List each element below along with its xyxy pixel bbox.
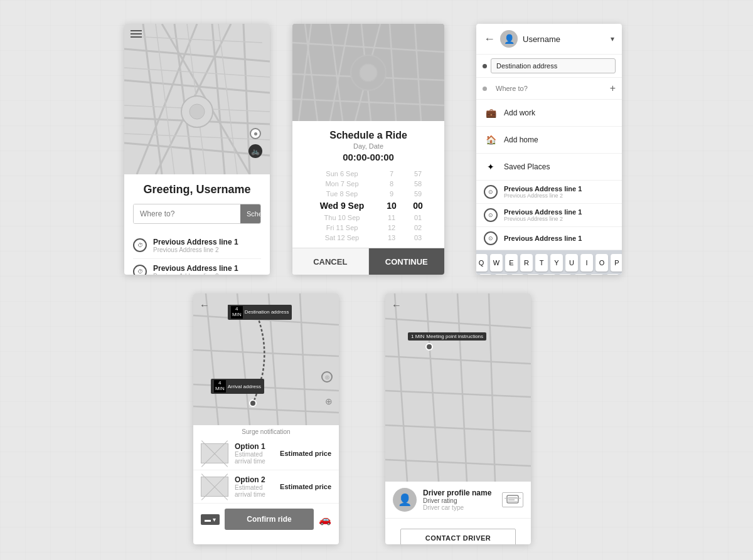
add-home-item[interactable]: 🏠 Add home	[476, 127, 622, 154]
star-icon: ✦	[484, 160, 498, 174]
saved-places-label: Saved Places	[504, 162, 550, 171]
key-g[interactable]: G	[542, 274, 555, 275]
back-arrow-icon[interactable]: ←	[484, 33, 495, 46]
option-item-2[interactable]: Option 2 Estimated arrival time Estimate…	[193, 470, 339, 504]
back-button-5[interactable]: ←	[392, 300, 402, 311]
dest-min-text: MIN	[232, 312, 242, 318]
date-column[interactable]: Sun 6 Sep Mon 7 Sep Tue 8 Sep Wed 9 Sep …	[309, 169, 375, 243]
key-p[interactable]: P	[611, 254, 622, 272]
key-e[interactable]: E	[505, 254, 518, 272]
option-thumb-2	[201, 477, 228, 497]
minute-column[interactable]: 57 58 59 00 01 02 03	[408, 169, 428, 243]
date-picker[interactable]: Sun 6 Sep Mon 7 Sep Tue 8 Sep Wed 9 Sep …	[302, 169, 434, 243]
address-item-1[interactable]: ⏱ Previous Address line 1 Previous Addre…	[133, 233, 261, 259]
clock-icon-3: ⊙	[484, 185, 498, 199]
driver-map: ← 1 MIN Meeting point instructions	[385, 293, 531, 482]
destination-input[interactable]	[491, 58, 616, 73]
key-k[interactable]: K	[590, 274, 603, 275]
greeting-text: Greeting, Username	[133, 183, 261, 196]
car-icon[interactable]: 🚗	[319, 514, 331, 526]
key-r[interactable]: R	[520, 254, 533, 272]
back-button-4[interactable]: ←	[200, 300, 210, 311]
option-price-1: Estimated price	[280, 450, 331, 457]
action-buttons: CANCEL CONTINUE	[292, 248, 444, 275]
driver-panel: 👤 Driver profile name Driver rating Driv…	[385, 482, 531, 519]
option-item-1[interactable]: Option 1 Estimated arrival time Estimate…	[193, 437, 339, 470]
key-f[interactable]: F	[526, 274, 540, 275]
cancel-button[interactable]: CANCEL	[292, 248, 369, 275]
prev-address-1[interactable]: ⊙ Previous Address line 1 Previous Addre…	[476, 181, 622, 204]
addr-line2-1: Previous Address line 2	[153, 246, 238, 253]
hamburger-menu[interactable]	[131, 30, 142, 38]
addr-line1-2: Previous Address line 1	[153, 264, 238, 273]
where-to-input[interactable]	[491, 82, 606, 95]
bike-icon: 🚲	[248, 144, 262, 158]
date-row: Fri 11 Sep	[309, 223, 375, 233]
continue-button[interactable]: CONTINUE	[369, 248, 445, 275]
hour-column[interactable]: 7 8 9 10 11 12 13	[382, 169, 402, 243]
route-options-card: ← 4 MIN Destination address 4 MIN Arriva…	[193, 293, 339, 544]
time-display: 00:00-00:00	[302, 152, 434, 162]
key-i[interactable]: I	[580, 254, 593, 272]
date-row: Tue 8 Sep	[309, 189, 375, 199]
minute-row: 01	[408, 213, 428, 223]
schedule-button[interactable]: Schedule	[240, 204, 261, 223]
clock-icon-4: ⊙	[484, 208, 498, 222]
key-u[interactable]: U	[565, 254, 578, 272]
key-q[interactable]: Q	[476, 254, 488, 272]
confirm-ride-button[interactable]: Confirm ride	[225, 509, 314, 530]
key-y[interactable]: Y	[550, 254, 563, 272]
home-screen-card: 🚲 Greeting, Username Schedule ⏱ Previous…	[124, 24, 270, 275]
date-row-selected[interactable]: Wed 9 Sep	[309, 199, 375, 213]
key-d[interactable]: D	[511, 274, 524, 275]
gps-icon[interactable]: ◎	[321, 371, 333, 383]
svg-point-21	[190, 104, 205, 119]
dest-dot	[483, 64, 487, 68]
prev-address-2[interactable]: ⊙ Previous Address line 1 Previous Addre…	[476, 204, 622, 227]
contact-driver-button[interactable]: CONTACT DRIVER	[400, 529, 516, 544]
add-home-label: Add home	[504, 135, 538, 144]
address-item-2[interactable]: ⏱ Previous Address line 1 Previous Addre…	[133, 259, 261, 275]
key-w[interactable]: W	[490, 254, 503, 272]
where-to-input[interactable]	[134, 204, 240, 223]
clock-icon-2: ⏱	[133, 265, 147, 275]
key-l[interactable]: L	[606, 274, 619, 275]
saved-places-item[interactable]: ✦ Saved Places	[476, 154, 622, 181]
minute-row: 57	[408, 169, 428, 179]
surge-label: Surge notification	[193, 425, 339, 437]
key-a[interactable]: A	[479, 274, 492, 275]
payment-badge[interactable]: ▬ ▾	[201, 514, 220, 525]
keyboard: Q W E R T Y U I O P A S D F G H J K	[476, 250, 622, 275]
key-t[interactable]: T	[535, 254, 548, 272]
kb-row-2: A S D F G H J K L	[479, 274, 619, 275]
key-s[interactable]: S	[494, 274, 508, 275]
where-dot	[483, 87, 487, 91]
prev-address-3[interactable]: ⊙ Previous Address line 1	[476, 227, 622, 250]
hour-row-selected[interactable]: 10	[382, 199, 402, 213]
driver-car: Driver car type	[423, 504, 496, 511]
option-price-2: Estimated price	[280, 483, 331, 490]
option-thumb-1	[201, 443, 228, 463]
key-h[interactable]: H	[558, 274, 572, 275]
option-eta-1: Estimated arrival time	[235, 451, 274, 465]
key-j[interactable]: J	[574, 274, 587, 275]
addr-line2-2: Previous Address line 2	[153, 273, 238, 275]
address-keyboard-card: ← 👤 Username ▾ + 💼 Add work 🏠 Add home ✦…	[476, 24, 622, 275]
message-button[interactable]	[502, 492, 523, 507]
briefcase-icon: 💼	[484, 106, 498, 120]
clock-icon-5: ⊙	[484, 231, 498, 245]
bottom-bar: ▬ ▾ Confirm ride 🚗	[193, 504, 339, 535]
add-work-item[interactable]: 💼 Add work	[476, 100, 622, 127]
chevron-down-icon[interactable]: ▾	[611, 34, 614, 43]
home-icon: 🏠	[484, 133, 498, 147]
clock-icon-1: ⏱	[133, 238, 147, 252]
prev-line2-2: Previous Address line 2	[504, 216, 582, 222]
add-stop-button[interactable]: +	[610, 83, 616, 94]
arrival-min-text: MIN	[215, 386, 225, 392]
key-o[interactable]: O	[595, 254, 608, 272]
minute-row-selected[interactable]: 00	[408, 199, 428, 213]
chevron-down-payment: ▾	[213, 516, 216, 523]
where-input-wrap: +	[476, 78, 622, 100]
picker-area: Schedule a Ride Day, Date 00:00-00:00 Su…	[292, 121, 444, 243]
prev-line1-1: Previous Address line 1	[504, 185, 582, 193]
